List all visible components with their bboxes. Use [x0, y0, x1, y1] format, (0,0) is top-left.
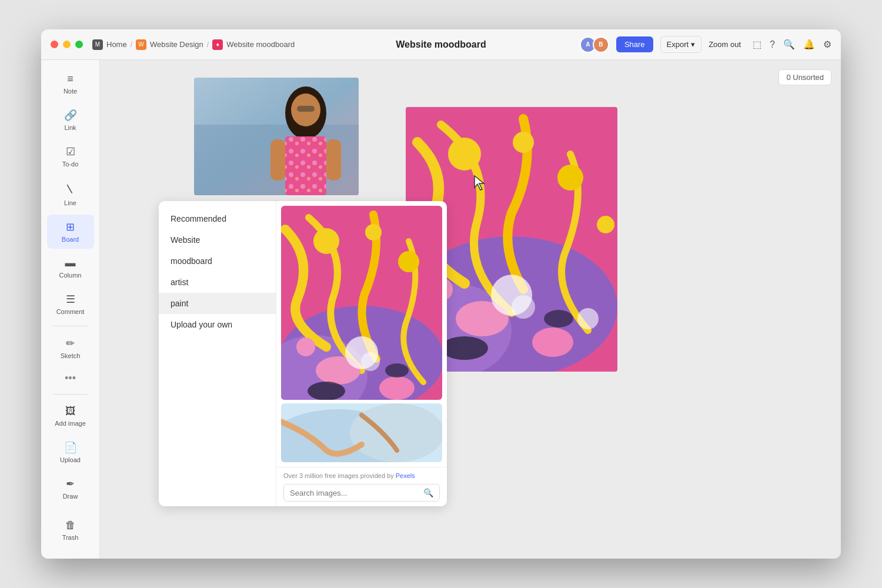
- svg-point-23: [577, 308, 599, 329]
- sidebar-more-icon[interactable]: •••: [60, 368, 81, 389]
- search-input[interactable]: [290, 489, 420, 497]
- tablet-icon[interactable]: ⬚: [753, 39, 761, 50]
- category-website[interactable]: Website: [159, 229, 276, 250]
- sidebar-todo-label: To-do: [62, 161, 79, 168]
- sidebar-item-todo[interactable]: ☑ To-do: [47, 139, 94, 173]
- svg-point-37: [308, 382, 345, 400]
- sidebar-item-link[interactable]: 🔗 Link: [47, 103, 94, 137]
- sidebar-note-label: Note: [64, 88, 77, 95]
- add-image-icon: 🖼: [65, 405, 76, 417]
- svg-point-36: [361, 352, 380, 371]
- bell-icon[interactable]: 🔔: [803, 39, 815, 50]
- svg-point-19: [532, 328, 573, 357]
- sidebar-board-label: Board: [62, 236, 79, 243]
- preview-image-2[interactable]: [281, 403, 442, 462]
- svg-point-41: [350, 403, 442, 462]
- sidebar-item-board[interactable]: ⊞ Board: [47, 215, 94, 249]
- maximize-button[interactable]: [75, 41, 83, 48]
- category-paint[interactable]: paint: [159, 293, 276, 314]
- page-title: Website moodboard: [396, 39, 486, 50]
- export-button[interactable]: Export ▾: [660, 36, 702, 53]
- pexels-link[interactable]: Pexels: [396, 472, 415, 479]
- sidebar-addimage-label: Add image: [55, 420, 86, 427]
- sketch-icon: ✏: [66, 337, 75, 350]
- sidebar-comment-label: Comment: [56, 308, 85, 315]
- breadcrumb-moodboard-label: Website moodboard: [226, 40, 295, 49]
- export-chevron-icon: ▾: [691, 40, 695, 49]
- sidebar: ≡ Note 🔗 Link ☑ To-do / Line ⊞ Board ▬ C…: [41, 60, 100, 559]
- image-picker-dropdown: Recommended Website moodboard artist pai…: [159, 201, 447, 506]
- search-submit-icon[interactable]: 🔍: [423, 488, 433, 497]
- trash-icon: 🗑: [65, 519, 76, 532]
- close-button[interactable]: [51, 41, 58, 48]
- svg-rect-7: [270, 139, 285, 181]
- sidebar-upload-label: Upload: [60, 456, 81, 463]
- svg-point-24: [441, 336, 488, 360]
- settings-icon[interactable]: ⚙: [823, 39, 831, 50]
- sidebar-item-upload[interactable]: 📄 Upload: [47, 435, 94, 469]
- website-icon: W: [136, 39, 146, 50]
- sidebar-divider: [53, 326, 88, 326]
- svg-point-17: [597, 216, 614, 233]
- link-icon: 🔗: [64, 109, 77, 122]
- search-icon[interactable]: 🔍: [783, 39, 795, 50]
- sidebar-item-draw[interactable]: ✒ Draw: [47, 472, 94, 506]
- svg-point-16: [513, 132, 534, 153]
- category-upload[interactable]: Upload your own: [159, 314, 276, 335]
- sidebar-line-label: Line: [64, 199, 76, 206]
- svg-point-31: [365, 224, 382, 240]
- unsorted-badge: 0 Unsorted: [779, 69, 831, 85]
- breadcrumb-moodboard[interactable]: ♦ Website moodboard: [212, 39, 295, 50]
- zoom-out-button[interactable]: Zoom out: [709, 40, 741, 49]
- app-body: ≡ Note 🔗 Link ☑ To-do / Line ⊞ Board ▬ C…: [41, 60, 841, 559]
- preview-image-1[interactable]: [281, 206, 442, 400]
- dropdown-footer: Over 3 million free images provided by P…: [276, 467, 447, 506]
- sidebar-sketch-label: Sketch: [61, 352, 81, 359]
- breadcrumb-website[interactable]: W Website Design: [136, 39, 203, 50]
- svg-point-14: [448, 138, 481, 171]
- sidebar-link-label: Link: [64, 124, 76, 131]
- svg-point-29: [313, 228, 339, 254]
- image-grid[interactable]: [276, 201, 447, 467]
- sidebar-divider-2: [53, 394, 88, 395]
- category-list: Recommended Website moodboard artist pai…: [159, 201, 276, 506]
- sidebar-item-column[interactable]: ▬ Column: [47, 251, 94, 285]
- note-icon: ≡: [67, 73, 74, 85]
- svg-rect-8: [326, 139, 341, 181]
- pexels-info: Over 3 million free images provided by P…: [283, 472, 440, 479]
- upload-icon: 📄: [64, 441, 77, 454]
- breadcrumb-sep-1: /: [131, 41, 132, 49]
- help-icon[interactable]: ?: [770, 39, 775, 50]
- sidebar-item-note[interactable]: ≡ Note: [47, 67, 94, 101]
- draw-icon: ✒: [66, 477, 75, 490]
- home-icon: M: [92, 39, 103, 50]
- category-moodboard[interactable]: moodboard: [159, 250, 276, 272]
- board-icon: ⊞: [66, 220, 75, 233]
- collaborator-avatars: A B: [580, 36, 609, 53]
- share-button[interactable]: Share: [616, 36, 653, 52]
- comment-icon: ☰: [66, 293, 75, 306]
- sidebar-item-trash[interactable]: 🗑 Trash: [47, 513, 94, 547]
- sidebar-item-line[interactable]: / Line: [47, 176, 94, 212]
- minimize-button[interactable]: [63, 41, 71, 48]
- pexels-text: Over 3 million free images provided by: [283, 472, 394, 479]
- sidebar-item-comment[interactable]: ☰ Comment: [47, 287, 94, 321]
- traffic-lights: [51, 41, 83, 48]
- svg-point-15: [557, 165, 583, 191]
- category-recommended[interactable]: Recommended: [159, 208, 276, 229]
- search-bar: 🔍: [283, 484, 440, 502]
- sidebar-column-label: Column: [59, 272, 82, 279]
- artist-photo[interactable]: [194, 78, 359, 195]
- category-artist[interactable]: artist: [159, 272, 276, 293]
- sidebar-item-add-image[interactable]: 🖼 Add image: [47, 399, 94, 433]
- avatar-2: B: [593, 36, 609, 53]
- export-label: Export: [667, 40, 689, 49]
- svg-point-33: [379, 376, 415, 400]
- sidebar-item-sketch[interactable]: ✏ Sketch: [47, 331, 94, 365]
- breadcrumb-home[interactable]: M Home: [92, 39, 127, 50]
- canvas-area[interactable]: 0 Unsorted: [100, 60, 841, 559]
- app-window: M Home / W Website Design / ♦ Website mo…: [41, 29, 841, 559]
- titlebar: M Home / W Website Design / ♦ Website mo…: [41, 29, 841, 60]
- todo-icon: ☑: [66, 145, 75, 158]
- svg-rect-4: [285, 136, 326, 195]
